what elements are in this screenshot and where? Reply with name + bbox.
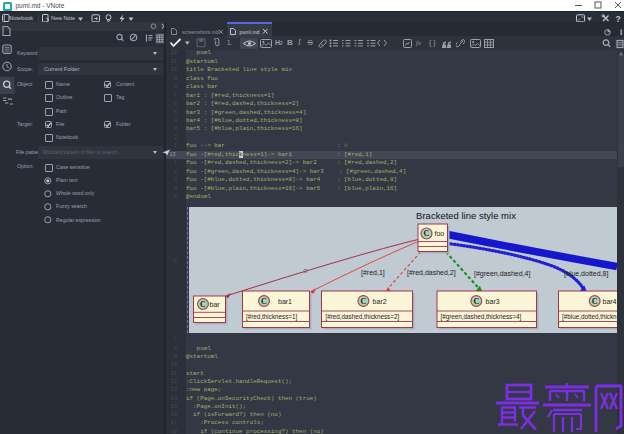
svg-text:∅: ∅ [303, 268, 308, 274]
svg-text:bar4: bar4 [603, 298, 617, 305]
svg-text:[#red,dashed,2]: [#red,dashed,2] [407, 269, 456, 277]
svg-text:[#red,thickness=1]: [#red,thickness=1] [246, 313, 298, 321]
svg-text:C: C [200, 300, 206, 309]
svg-text:bar1: bar1 [278, 298, 292, 305]
svg-text:[blue,dotted,8]: [blue,dotted,8] [564, 270, 608, 278]
svg-text:C: C [361, 297, 367, 306]
svg-text:C: C [592, 297, 598, 306]
svg-text:C: C [424, 229, 430, 238]
svg-text:bar3: bar3 [486, 298, 500, 305]
svg-text:C: C [261, 297, 267, 306]
svg-text:bar: bar [210, 301, 221, 308]
svg-text:[#blue,dotted,thickn: [#blue,dotted,thickn [562, 313, 617, 321]
svg-text:bar2: bar2 [373, 298, 387, 305]
svg-text:C: C [473, 297, 479, 306]
svg-text:Bracketed line style mix: Bracketed line style mix [416, 210, 516, 221]
svg-text:[#green,dashed,thickness=4]: [#green,dashed,thickness=4] [441, 313, 522, 321]
svg-text:foo: foo [435, 230, 445, 237]
svg-text:[#red,1]: [#red,1] [361, 269, 385, 277]
svg-text:[#green,dashed,4]: [#green,dashed,4] [474, 270, 530, 278]
svg-text:[#red,dashed,thickness=2]: [#red,dashed,thickness=2] [326, 313, 400, 321]
